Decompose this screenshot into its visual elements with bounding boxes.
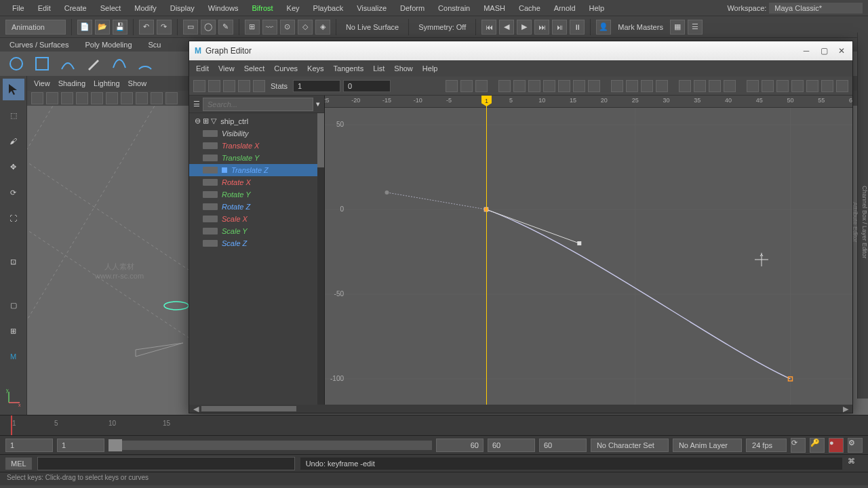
outliner-root-node[interactable]: ⊖ ⊞ ▽ ship_ctrl	[189, 115, 324, 127]
script-lang-button[interactable]: MEL	[5, 458, 32, 470]
value-snap-icon[interactable]	[821, 80, 833, 92]
vp-icon[interactable]	[31, 92, 43, 104]
normalize-icon[interactable]	[694, 80, 706, 92]
time-snap-icon[interactable]	[806, 80, 818, 92]
break-tangent-icon[interactable]	[611, 80, 623, 92]
lasso-icon[interactable]: ◯	[201, 20, 216, 35]
menu-playback[interactable]: Playback	[307, 1, 351, 15]
search-dropdown-icon[interactable]: ▾	[316, 100, 320, 108]
snap-grid-icon[interactable]: ⊞	[245, 20, 260, 35]
snap-curve-icon[interactable]: 〰	[262, 20, 277, 35]
channel-visibility[interactable]: Visibility	[189, 127, 324, 140]
vp-menu-show[interactable]: Show	[128, 79, 147, 87]
last-tool[interactable]: ⊡	[3, 251, 24, 272]
menu-modify[interactable]: Modify	[127, 1, 163, 15]
move-tool[interactable]: ✥	[3, 156, 24, 178]
tangent-auto-icon[interactable]	[588, 80, 600, 92]
menu-mash[interactable]: MASH	[477, 1, 512, 15]
rotate-tool[interactable]: ⟳	[3, 182, 24, 203]
retime-icon[interactable]	[253, 80, 265, 92]
shelf-arc-icon[interactable]	[134, 53, 156, 75]
tangent-plateau-icon[interactable]	[573, 80, 585, 92]
playback-play-icon[interactable]: ▶	[517, 20, 532, 35]
stats-frame-input[interactable]	[293, 80, 340, 92]
vp-icon[interactable]	[76, 92, 88, 104]
save-scene-icon[interactable]: 💾	[113, 20, 127, 35]
shelf-tab-poly[interactable]: Poly Modeling	[81, 39, 136, 50]
filter-icon[interactable]: ☰	[193, 100, 200, 108]
channel-translate-z[interactable]: Translate Z	[189, 164, 324, 176]
menu-create[interactable]: Create	[58, 1, 94, 15]
move-key-icon[interactable]	[193, 80, 205, 92]
menu-help[interactable]: Help	[583, 1, 612, 15]
ge-menu-curves[interactable]: Curves	[274, 64, 298, 73]
lasso-tool[interactable]: ⬚	[3, 104, 24, 126]
playback-start-icon[interactable]: ⏮	[481, 20, 496, 35]
paint-select-icon[interactable]: ✎	[218, 20, 233, 35]
channel-translate-x[interactable]: Translate X	[189, 140, 324, 152]
center-icon[interactable]	[475, 80, 488, 92]
outliner-scrollbar[interactable]	[317, 113, 324, 405]
menu-windows[interactable]: Windows	[201, 1, 245, 15]
insert-key-icon[interactable]	[208, 80, 220, 92]
denorm-icon[interactable]	[709, 80, 721, 92]
shelf-circle-icon[interactable]	[5, 53, 27, 75]
channel-scale-x[interactable]: Scale X	[189, 213, 324, 225]
vp-menu-view[interactable]: View	[34, 79, 50, 87]
buffer-icon[interactable]	[776, 80, 789, 92]
minimize-button[interactable]: ─	[801, 45, 812, 56]
tangent-clamped-icon[interactable]	[513, 80, 526, 92]
graph-ruler[interactable]: -25-20-15-10-5151015202530354045505560	[325, 96, 852, 108]
shelf-square-icon[interactable]	[31, 53, 53, 75]
menu-edit[interactable]: Edit	[31, 1, 58, 15]
menu-cache[interactable]: Cache	[512, 1, 547, 15]
snap-point-icon[interactable]: ⊙	[280, 20, 295, 35]
playback-stop-icon[interactable]: ⏸	[570, 20, 585, 35]
open-scene-icon[interactable]: 📂	[95, 20, 110, 35]
ge-menu-select[interactable]: Select	[244, 64, 265, 73]
layout-icon[interactable]: ▦	[670, 20, 685, 35]
layout2-icon[interactable]: ☰	[688, 20, 703, 35]
tangent-linear-icon[interactable]	[528, 80, 540, 92]
lattice-icon[interactable]	[223, 80, 235, 92]
select-tool[interactable]	[3, 79, 24, 100]
ge-menu-help[interactable]: Help	[422, 64, 438, 73]
vp-icon[interactable]	[61, 92, 73, 104]
tab-channel-box[interactable]: Channel Box / Layer Editor	[861, 186, 868, 259]
record-icon[interactable]: ●	[829, 438, 844, 453]
command-input[interactable]	[37, 457, 295, 470]
time-slider[interactable]: 1 5 10 15	[0, 415, 868, 435]
channel-scale-z[interactable]: Scale Z	[189, 237, 324, 249]
undo-icon[interactable]: ↶	[139, 20, 154, 35]
vp-icon[interactable]	[106, 92, 118, 104]
snap-plane-icon[interactable]: ◇	[298, 20, 313, 35]
fps-dropdown[interactable]: 24 fps	[746, 439, 787, 452]
char-set-dropdown[interactable]: No Character Set	[591, 439, 669, 452]
vp-icon[interactable]	[91, 92, 103, 104]
scale-tool[interactable]: ⛶	[3, 207, 24, 229]
preinf-icon[interactable]	[747, 80, 759, 92]
script-editor-icon[interactable]: ⌘	[848, 457, 863, 470]
graph-view[interactable]: 500-50-100 -25-20-15-10-5151015202530354…	[325, 96, 852, 405]
workspace-dropdown[interactable]: Maya Classic*	[769, 3, 863, 14]
ge-menu-show[interactable]: Show	[394, 64, 413, 73]
paint-tool[interactable]: 🖌	[3, 130, 24, 152]
menu-visualize[interactable]: Visualize	[350, 1, 393, 15]
vp-icon[interactable]	[165, 92, 178, 104]
redo-icon[interactable]: ↷	[157, 20, 172, 35]
ge-menu-edit[interactable]: Edit	[196, 64, 209, 73]
account-icon[interactable]: 👤	[596, 20, 611, 35]
tangent-flat-icon[interactable]	[543, 80, 555, 92]
open-editor-icon[interactable]	[836, 80, 848, 92]
playback-back-icon[interactable]: ◀	[499, 20, 514, 35]
ge-bottom-scroll[interactable]: ◀▶	[189, 405, 852, 413]
anim-start-input[interactable]	[5, 439, 53, 452]
outliner-search-input[interactable]	[203, 98, 313, 111]
vp-menu-shading[interactable]: Shading	[58, 79, 85, 87]
region-icon[interactable]	[238, 80, 250, 92]
frame-all-icon[interactable]	[446, 80, 458, 92]
loop-icon[interactable]: ⟳	[791, 438, 806, 453]
ge-menu-list[interactable]: List	[373, 64, 384, 73]
channel-rotate-x[interactable]: Rotate X	[189, 176, 324, 188]
menu-arnold[interactable]: Arnold	[547, 1, 583, 15]
